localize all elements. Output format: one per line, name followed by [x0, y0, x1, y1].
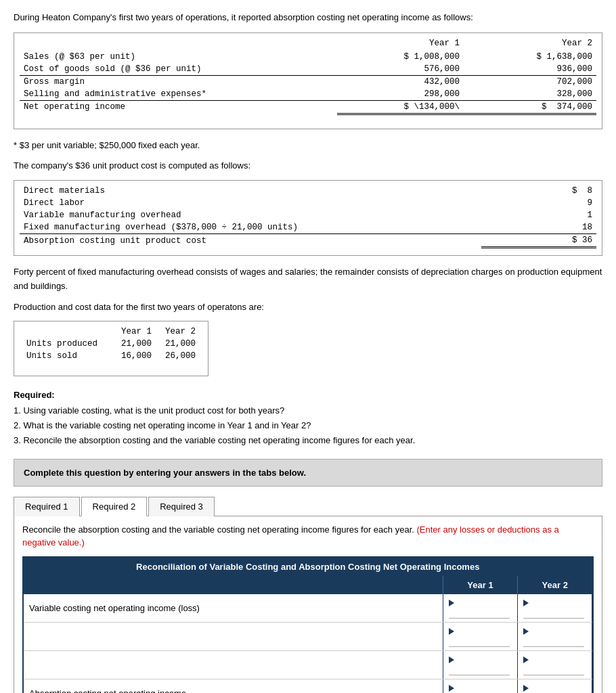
intro-text: During Heaton Company's first two years … — [14, 11, 602, 24]
complete-box-text: Complete this question by entering your … — [24, 468, 306, 478]
tab-content: Reconcile the absorption costing and the… — [14, 516, 602, 693]
production-intro: Production and cost data for the first t… — [14, 300, 602, 315]
footnote-text: * $3 per unit variable; $250,000 fixed e… — [14, 139, 602, 153]
empty-year1-input-1[interactable] — [449, 636, 510, 647]
unit-cost-intro: The company's $36 unit product cost is c… — [14, 159, 602, 173]
table-row: Net operating income $ \134,000\ $ 374,0… — [20, 100, 596, 114]
empty-year2-input-1[interactable] — [523, 636, 584, 647]
table-row: Fixed manufacturing overhead ($378,000 ÷… — [20, 221, 596, 234]
complete-box: Complete this question by entering your … — [14, 459, 602, 487]
expand-icon — [523, 600, 529, 606]
tab-instruction: Reconcile the absorption costing and the… — [22, 523, 594, 550]
tab-required3[interactable]: Required 3 — [148, 497, 215, 516]
table-row: Sales (@ $63 per unit) $ 1,008,000 $ 1,6… — [20, 51, 596, 63]
tabs-container: Required 1 Required 2 Required 3 — [14, 496, 602, 516]
expand-icon — [523, 685, 529, 692]
empty-year2-cell-1 — [518, 622, 592, 650]
financial-table-header: Year 1 Year 2 — [20, 37, 596, 51]
variable-income-year1-cell — [443, 594, 518, 623]
required-item-3: 3. Reconcile the absorption costing and … — [14, 433, 602, 448]
table-row: Selling and administrative expenses* 298… — [20, 88, 596, 101]
table-row: Variable manufacturing overhead 1 — [20, 209, 596, 221]
required-item-1: 1. Using variable costing, what is the u… — [14, 403, 602, 418]
table-row: Gross margin 432,000 702,000 — [20, 75, 596, 88]
table-row: Cost of goods sold (@ $36 per unit) 576,… — [20, 63, 596, 76]
required-heading: Required: — [14, 390, 55, 400]
variable-income-year2-input[interactable] — [523, 608, 584, 619]
production-table: Year 1 Year 2 Units produced 21,000 21,0… — [20, 326, 202, 362]
empty-year1-input-2[interactable] — [449, 665, 510, 675]
table-row: Variable costing net operating income (l… — [24, 594, 592, 623]
table-row: Absorption costing unit product cost $ 3… — [20, 234, 596, 248]
recon-title: Reconciliation of Variable Costing and A… — [24, 558, 592, 576]
prod-year1-header: Year 1 — [114, 326, 158, 338]
empty-year2-cell-2 — [518, 650, 592, 679]
expand-icon — [449, 656, 454, 663]
tab-required1[interactable]: Required 1 — [14, 497, 80, 516]
expand-icon — [523, 656, 529, 663]
absorption-income-year1-cell — [443, 679, 518, 693]
recon-year1-header: Year 1 — [443, 576, 518, 594]
absorption-income-label: Absorption costing net operating income — [24, 679, 443, 693]
absorption-income-year2-cell — [518, 679, 592, 693]
variable-income-year2-cell — [518, 594, 592, 623]
variable-income-year1-input[interactable] — [449, 608, 510, 619]
recon-year2-header: Year 2 — [518, 576, 592, 594]
required-section: Required: 1. Using variable costing, wha… — [14, 388, 602, 447]
table-row — [24, 622, 592, 650]
financial-table-wrapper: Year 1 Year 2 Sales (@ $63 per unit) $ 1… — [14, 32, 602, 129]
reconciliation-table: Reconciliation of Variable Costing and A… — [24, 558, 592, 693]
year1-header: Year 1 — [337, 37, 464, 51]
table-row: Direct materials $ 8 — [20, 185, 596, 197]
table-row: Units sold 16,000 26,000 — [20, 350, 202, 362]
recon-col-headers: Year 1 Year 2 — [24, 576, 592, 594]
tab-instruction-part1: Reconcile the absorption costing and the… — [22, 524, 416, 535]
table-row — [24, 650, 592, 679]
production-table-wrapper: Year 1 Year 2 Units produced 21,000 21,0… — [14, 321, 208, 376]
reconciliation-table-wrapper: Reconciliation of Variable Costing and A… — [22, 556, 594, 693]
required-item-2: 2. What is the variable costing net oper… — [14, 418, 602, 433]
unit-cost-table-wrapper: Direct materials $ 8 Direct labor 9 Vari… — [14, 180, 602, 256]
financial-table: Year 1 Year 2 Sales (@ $63 per unit) $ 1… — [20, 37, 596, 115]
expand-icon — [523, 628, 529, 635]
table-row: Units produced 21,000 21,000 — [20, 338, 202, 350]
variable-income-label: Variable costing net operating income (l… — [24, 594, 443, 623]
empty-year2-input-2[interactable] — [523, 665, 584, 675]
overhead-text: Forty percent of fixed manufacturing ove… — [14, 265, 602, 294]
unit-cost-table: Direct materials $ 8 Direct labor 9 Vari… — [20, 185, 596, 248]
year2-header: Year 2 — [464, 37, 596, 51]
prod-year2-header: Year 2 — [158, 326, 202, 338]
table-row: Absorption costing net operating income — [24, 679, 592, 693]
expand-icon — [449, 628, 454, 635]
table-row: Direct labor 9 — [20, 197, 596, 209]
empty-year1-cell-1 — [443, 622, 518, 650]
empty-row-label-2 — [24, 650, 443, 679]
production-table-header: Year 1 Year 2 — [20, 326, 202, 338]
empty-row-label-1 — [24, 622, 443, 650]
recon-table-header: Reconciliation of Variable Costing and A… — [24, 558, 592, 576]
expand-icon — [449, 685, 454, 692]
empty-year1-cell-2 — [443, 650, 518, 679]
tab-required2[interactable]: Required 2 — [81, 497, 148, 516]
expand-icon — [449, 600, 454, 606]
